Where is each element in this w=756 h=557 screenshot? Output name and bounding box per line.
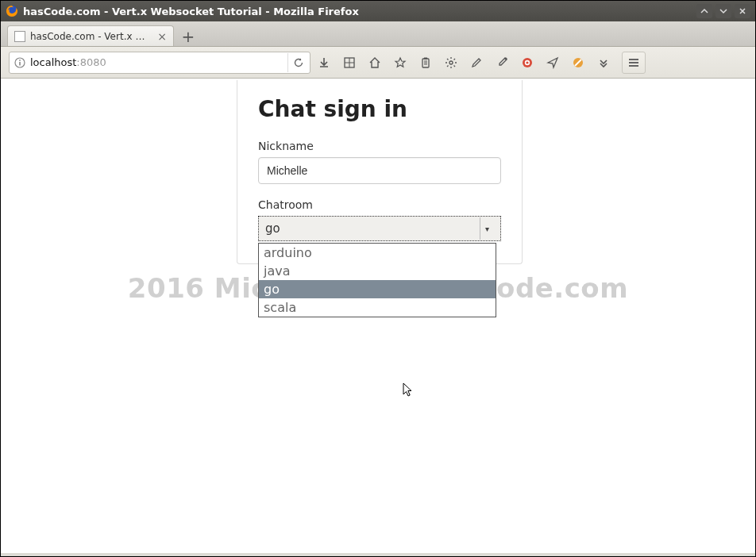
maximize-button[interactable] [716, 4, 731, 18]
home-icon[interactable] [366, 54, 384, 71]
site-favicon [14, 31, 25, 42]
svg-line-19 [447, 65, 449, 67]
option-arduino[interactable]: arduino [259, 244, 496, 262]
tab-close-icon[interactable]: × [157, 30, 167, 43]
window-titlebar: hasCode.com - Vert.x Websocket Tutorial … [1, 1, 755, 21]
eyedropper-icon[interactable] [493, 54, 511, 71]
noscript-icon[interactable] [569, 54, 587, 71]
svg-rect-3 [19, 60, 21, 61]
tab-title: hasCode.com - Vert.x W... [30, 31, 152, 42]
close-button[interactable] [735, 4, 750, 18]
chevron-down-icon[interactable]: ▾ [480, 217, 494, 240]
firefox-icon [6, 5, 18, 17]
clipboard-icon[interactable] [417, 54, 434, 71]
new-tab-button[interactable]: + [177, 27, 199, 46]
svg-rect-8 [424, 57, 427, 60]
toolbar-icons [315, 54, 612, 71]
active-tab[interactable]: hasCode.com - Vert.x W... × [7, 25, 174, 46]
status-bar [1, 553, 755, 556]
site-identity-icon[interactable] [14, 57, 25, 68]
mouse-cursor-icon [403, 382, 415, 401]
reload-button[interactable] [287, 53, 308, 72]
signin-panel: Chat sign in Nickname Chatroom go ▾ ardu… [237, 80, 523, 264]
option-go[interactable]: go [259, 280, 496, 298]
tab-strip: hasCode.com - Vert.x W... × + [1, 21, 755, 47]
svg-point-24 [526, 61, 528, 63]
window-title: hasCode.com - Vert.x Websocket Tutorial … [23, 6, 696, 17]
overflow-icon[interactable] [595, 54, 612, 71]
send-icon[interactable] [544, 54, 561, 71]
bookmark-star-icon[interactable] [392, 54, 409, 71]
chatroom-select-box[interactable]: go ▾ [258, 216, 501, 241]
gear-icon[interactable] [442, 54, 460, 71]
svg-line-17 [447, 59, 449, 60]
svg-point-21 [504, 57, 507, 60]
chatroom-selected-value: go [265, 221, 280, 236]
svg-point-12 [449, 61, 453, 64]
nickname-input[interactable] [258, 157, 501, 184]
url-host: localhost [30, 56, 76, 68]
pencil-icon[interactable] [468, 54, 485, 71]
nickname-label: Nickname [258, 140, 501, 152]
svg-rect-2 [19, 62, 21, 66]
option-java[interactable]: java [259, 262, 496, 280]
chatroom-dropdown: arduino java go scala [258, 243, 496, 317]
svg-line-18 [454, 65, 456, 67]
url-port: :8080 [76, 56, 106, 68]
page-heading: Chat sign in [258, 96, 501, 122]
navigation-toolbar: localhost:8080 [1, 47, 755, 79]
firefox-window: hasCode.com - Vert.x Websocket Tutorial … [0, 0, 756, 557]
window-controls [696, 4, 750, 18]
address-bar[interactable]: localhost:8080 [9, 52, 310, 74]
hamburger-menu-button[interactable] [622, 52, 646, 74]
chatroom-label: Chatroom [258, 198, 501, 211]
adblock-icon[interactable] [519, 54, 536, 71]
option-scala[interactable]: scala [259, 298, 496, 317]
browser-viewport: 2016 Micha Kops / hasCode.com Chat sign … [1, 79, 755, 553]
download-icon[interactable] [315, 54, 333, 71]
chatroom-select[interactable]: go ▾ arduino java go scala [258, 216, 501, 241]
tile-view-icon[interactable] [341, 54, 358, 71]
svg-line-20 [454, 59, 456, 60]
minimize-button[interactable] [696, 4, 712, 18]
